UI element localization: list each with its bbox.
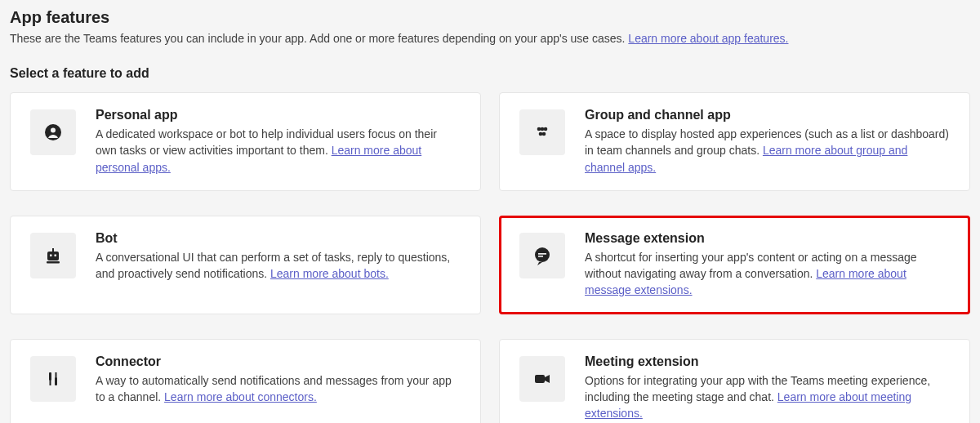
feature-title: Connector bbox=[96, 354, 461, 369]
feature-desc: A conversational UI that can perform a s… bbox=[96, 249, 461, 283]
svg-rect-15 bbox=[49, 372, 51, 381]
personal-app-icon bbox=[30, 109, 76, 155]
svg-point-2 bbox=[537, 127, 541, 131]
feature-title: Group and channel app bbox=[585, 108, 950, 122]
svg-point-4 bbox=[541, 127, 545, 131]
section-heading: Select a feature to add bbox=[10, 66, 970, 81]
learn-more-connectors-link[interactable]: Learn more about connectors. bbox=[164, 390, 317, 403]
svg-point-1 bbox=[51, 128, 56, 133]
feature-title: Message extension bbox=[585, 231, 950, 246]
feature-card-group-channel-app[interactable]: Group and channel app A space to display… bbox=[499, 92, 970, 191]
feature-title: Personal app bbox=[96, 108, 461, 122]
svg-rect-13 bbox=[538, 253, 546, 255]
svg-point-6 bbox=[542, 132, 546, 136]
feature-desc: A way to automatically send notification… bbox=[96, 372, 461, 406]
learn-more-bots-link[interactable]: Learn more about bots. bbox=[270, 267, 389, 280]
svg-rect-9 bbox=[55, 254, 57, 256]
meeting-extension-icon bbox=[519, 356, 565, 402]
page-subtitle: These are the Teams features you can inc… bbox=[10, 32, 970, 45]
connector-icon bbox=[30, 356, 76, 402]
svg-rect-7 bbox=[47, 252, 59, 260]
feature-card-bot[interactable]: Bot A conversational UI that can perform… bbox=[10, 216, 481, 314]
feature-desc: A shortcut for inserting your app's cont… bbox=[585, 249, 950, 299]
feature-card-message-extension[interactable]: Message extension A shortcut for inserti… bbox=[499, 216, 970, 314]
feature-title: Meeting extension bbox=[585, 354, 950, 369]
feature-card-personal-app[interactable]: Personal app A dedicated workspace or bo… bbox=[10, 92, 481, 191]
feature-desc: A space to display hosted app experience… bbox=[585, 126, 950, 176]
svg-rect-19 bbox=[535, 375, 545, 383]
feature-title: Bot bbox=[96, 231, 461, 246]
svg-point-3 bbox=[544, 127, 548, 131]
page-title: App features bbox=[10, 8, 970, 27]
svg-rect-8 bbox=[50, 254, 52, 256]
svg-point-5 bbox=[539, 132, 543, 136]
svg-rect-14 bbox=[538, 256, 543, 257]
svg-rect-17 bbox=[50, 381, 51, 385]
feature-desc: A dedicated workspace or bot to help ind… bbox=[96, 126, 461, 176]
feature-desc: Options for integrating your app with th… bbox=[585, 372, 950, 422]
subtitle-text: These are the Teams features you can inc… bbox=[10, 32, 628, 45]
feature-grid: Personal app A dedicated workspace or bo… bbox=[10, 92, 970, 423]
bot-icon bbox=[30, 233, 76, 278]
learn-more-app-features-link[interactable]: Learn more about app features. bbox=[628, 32, 788, 45]
group-channel-icon bbox=[519, 109, 565, 155]
message-extension-icon bbox=[519, 233, 565, 278]
svg-rect-16 bbox=[55, 377, 57, 385]
svg-rect-18 bbox=[56, 372, 57, 377]
feature-card-meeting-extension[interactable]: Meeting extension Options for integratin… bbox=[499, 339, 970, 423]
svg-point-12 bbox=[535, 247, 550, 262]
svg-rect-11 bbox=[52, 248, 54, 252]
feature-card-connector[interactable]: Connector A way to automatically send no… bbox=[10, 339, 481, 423]
svg-rect-10 bbox=[47, 261, 60, 264]
